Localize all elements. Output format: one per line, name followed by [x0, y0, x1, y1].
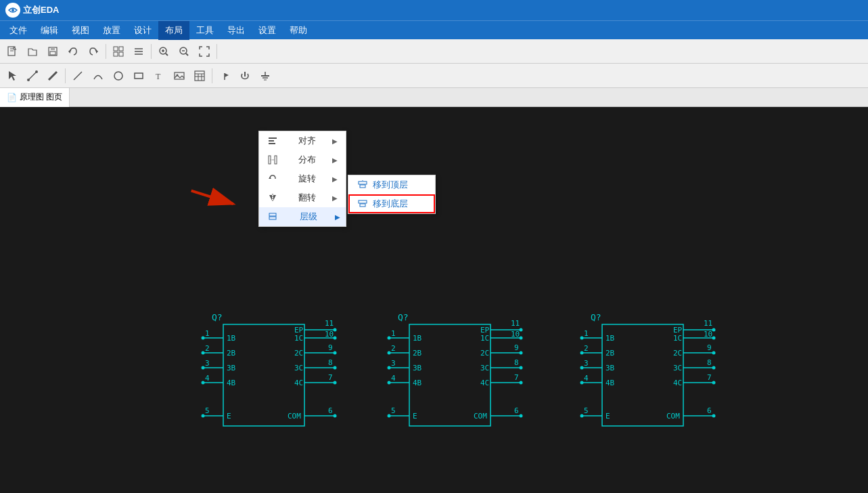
tab-icon: 📄	[7, 93, 17, 102]
menu-export[interactable]: 导出	[221, 21, 252, 40]
menu-design[interactable]: 设计	[127, 21, 158, 40]
svg-text:E: E	[606, 412, 610, 421]
svg-rect-13	[119, 52, 123, 56]
submenu: 移到顶层 移到底层	[348, 175, 436, 214]
svg-text:5: 5	[584, 406, 589, 415]
sep2	[151, 44, 152, 59]
btn-text[interactable]: T	[150, 66, 168, 85]
svg-rect-32	[135, 73, 143, 79]
svg-point-166	[580, 351, 584, 355]
svg-text:8: 8	[514, 358, 519, 367]
align-icon	[267, 135, 278, 146]
svg-text:11: 11	[325, 319, 334, 328]
svg-text:2B: 2B	[227, 349, 236, 358]
btn-bus[interactable]	[43, 66, 62, 85]
svg-text:4C: 4C	[294, 379, 303, 387]
svg-text:3B: 3B	[413, 364, 422, 372]
svg-point-182	[712, 328, 716, 332]
menu-edit[interactable]: 编辑	[34, 21, 65, 40]
svg-point-94	[334, 337, 337, 340]
svg-text:9: 9	[707, 343, 712, 352]
svg-line-23	[186, 53, 188, 56]
svg-rect-11	[119, 47, 123, 51]
dd-align[interactable]: 对齐 ▶	[259, 131, 346, 150]
btn-new[interactable]	[3, 42, 22, 61]
svg-text:1: 1	[391, 329, 396, 338]
component-3: Q? 1 1B 2 2B 3 3B 4 4B 5 E EP 11	[578, 311, 717, 439]
svg-point-27	[27, 79, 30, 81]
svg-point-82	[202, 381, 205, 385]
btn-rect[interactable]	[129, 66, 148, 85]
svg-point-178	[580, 414, 584, 418]
menu-layout[interactable]: 布局	[158, 21, 189, 40]
btn-circle[interactable]	[109, 66, 128, 85]
btn-fit[interactable]	[195, 42, 214, 61]
menu-help[interactable]: 帮助	[283, 21, 314, 40]
sep4	[65, 68, 66, 83]
svg-text:2C: 2C	[480, 349, 489, 358]
svg-text:1C: 1C	[294, 334, 303, 343]
btn-table[interactable]	[190, 66, 209, 85]
svg-point-132	[388, 414, 391, 418]
rotate-icon	[267, 173, 278, 184]
svg-point-102	[334, 366, 337, 370]
dd-rotate[interactable]: 旋转 ▶	[259, 169, 346, 188]
svg-point-31	[114, 72, 122, 80]
toolbar2: T	[0, 64, 868, 88]
tabbar: 📄 原理图 图页	[0, 88, 868, 107]
red-arrow	[183, 172, 247, 231]
svg-text:2B: 2B	[413, 349, 422, 358]
btn-undo[interactable]	[64, 42, 83, 61]
svg-rect-52	[269, 143, 275, 144]
svg-point-156	[520, 414, 523, 418]
btn-grid[interactable]	[109, 42, 128, 61]
svg-point-136	[520, 328, 523, 332]
sub-to-bottom[interactable]: 移到底层	[348, 194, 435, 213]
btn-list[interactable]	[129, 42, 148, 61]
svg-rect-65	[359, 200, 367, 203]
svg-text:11: 11	[704, 319, 712, 328]
sub-to-top[interactable]: 移到顶层	[348, 175, 435, 194]
svg-point-148	[520, 366, 523, 370]
btn-netflag[interactable]	[215, 66, 234, 85]
svg-text:4B: 4B	[606, 379, 615, 387]
btn-zoom-in[interactable]	[154, 42, 173, 61]
menu-tools[interactable]: 工具	[189, 21, 221, 40]
svg-rect-63	[360, 185, 365, 188]
btn-redo[interactable]	[84, 42, 103, 61]
btn-gnd[interactable]	[256, 66, 275, 85]
btn-save[interactable]	[43, 42, 62, 61]
btn-open[interactable]	[23, 42, 42, 61]
svg-line-20	[166, 53, 168, 56]
svg-text:2B: 2B	[606, 349, 615, 358]
app-logo: 立创EDA	[5, 3, 59, 18]
menu-settings[interactable]: 设置	[252, 21, 283, 40]
svg-point-0	[12, 9, 14, 12]
dd-layer[interactable]: 层级 ▶	[259, 207, 346, 226]
btn-zoom-out[interactable]	[175, 42, 193, 61]
svg-text:4C: 4C	[480, 379, 489, 387]
svg-line-29	[49, 72, 57, 80]
menu-place[interactable]: 放置	[96, 21, 127, 40]
svg-point-120	[388, 351, 391, 355]
svg-text:2C: 2C	[294, 349, 303, 358]
btn-cursor[interactable]	[3, 66, 22, 85]
btn-bezier[interactable]	[89, 66, 108, 85]
dd-distribute[interactable]: 分布 ▶	[259, 150, 346, 169]
svg-text:Q?: Q?	[591, 312, 601, 322]
btn-line[interactable]	[68, 66, 87, 85]
btn-power[interactable]	[235, 66, 254, 85]
svg-text:3B: 3B	[606, 364, 615, 372]
svg-marker-58	[273, 195, 276, 200]
svg-point-198	[712, 381, 716, 385]
dd-flip[interactable]: 翻转 ▶	[259, 188, 346, 207]
svg-text:1: 1	[584, 329, 589, 338]
btn-image[interactable]	[170, 66, 189, 85]
menu-file[interactable]: 文件	[3, 21, 34, 40]
menu-view[interactable]: 视图	[65, 21, 96, 40]
svg-text:6: 6	[707, 406, 712, 415]
svg-text:7: 7	[707, 373, 712, 382]
tab-schematic[interactable]: 📄 原理图 图页	[0, 88, 70, 107]
to-bottom-icon	[357, 198, 369, 210]
btn-wire[interactable]	[23, 66, 42, 85]
